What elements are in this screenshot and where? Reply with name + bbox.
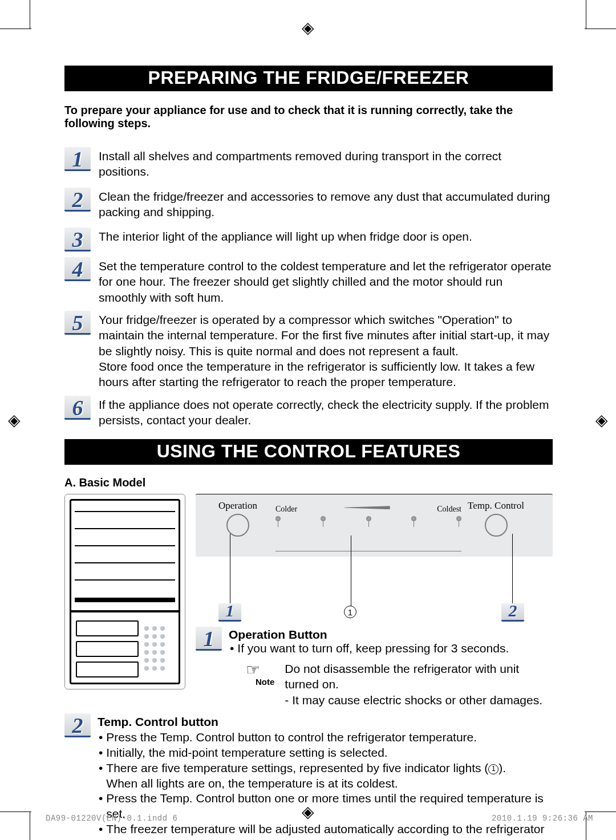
bullet-text: Press the Temp. Control button to contro… <box>98 730 553 745</box>
footer-timestamp: 2010.1.19 9:26:36 AM <box>492 814 593 823</box>
step-number-1-icon: 1 <box>64 147 91 171</box>
step-text: Your fridge/freezer is operated by a com… <box>99 311 553 389</box>
section-title-using-controls: USING THE CONTROL FEATURES <box>64 439 553 465</box>
crop-mark <box>30 811 30 840</box>
section-subtitle: To prepare your appliance for use and to… <box>64 104 553 130</box>
control-block-1: 1 Operation Button If you want to turn o… <box>196 627 553 708</box>
step-row: 4 Set the temperature control to the col… <box>64 257 553 305</box>
panel-pointer-2-icon: 2 <box>501 603 524 622</box>
step-row: 1 Install all shelves and compartments r… <box>64 147 553 180</box>
panel-pointer-1-icon: 1 <box>218 603 241 622</box>
bullet-text: If you want to turn off, keep pressing f… <box>229 642 553 655</box>
step-text: If the appliance does not operate correc… <box>99 396 553 428</box>
crop-mark <box>0 29 31 29</box>
step-row: 3 The interior light of the appliance wi… <box>64 228 553 251</box>
operation-button-title: Operation Button <box>229 628 553 642</box>
footer-filename: DA99-01220V(EN)-0.1.indd 6 <box>46 814 177 823</box>
circled-number-1-inline-icon: 1 <box>488 764 499 774</box>
bullet-text: There are five temperature settings, rep… <box>98 761 553 792</box>
step-text: The interior light of the appliance will… <box>99 228 553 244</box>
indicator-light-icon <box>275 516 281 521</box>
step-row: 2 Clean the fridge/freezer and accessori… <box>64 188 553 220</box>
temp-control-button-graphic <box>485 514 508 537</box>
registration-mark-icon: ◈ <box>595 412 608 428</box>
coldest-label: Coldest <box>437 505 461 514</box>
bullet-text: The freezer temperature will be adjusted… <box>98 822 553 840</box>
note-label: Note <box>256 677 274 687</box>
operation-label: Operation <box>218 500 257 512</box>
crop-mark <box>585 811 616 812</box>
crop-mark <box>586 0 586 29</box>
operation-button-graphic <box>226 514 249 537</box>
section-title-preparing: PREPARING THE FRIDGE/FREEZER <box>64 66 553 91</box>
note-text-line: - It may cause electric shocks or other … <box>285 692 553 708</box>
pointer-line <box>351 535 351 611</box>
note-hand-icon: ☞ <box>246 661 260 678</box>
registration-mark-icon: ◈ <box>302 20 314 36</box>
indicator-light-icon <box>321 516 326 521</box>
crop-mark <box>30 0 30 29</box>
indicator-light-icon <box>456 516 461 521</box>
step-number-2-icon: 2 <box>64 188 91 212</box>
step-number-6-icon: 6 <box>64 396 91 420</box>
indicator-light-icon <box>411 516 416 521</box>
circled-number-1-icon: 1 <box>344 606 356 618</box>
step-row: 6 If the appliance does not operate corr… <box>64 396 553 428</box>
step-number-2-icon: 2 <box>64 713 91 737</box>
step-number-1-icon: 1 <box>196 627 222 651</box>
registration-mark-icon: ◈ <box>8 412 21 428</box>
crop-mark <box>0 811 31 812</box>
pointer-line <box>230 534 230 611</box>
crop-mark <box>585 29 616 29</box>
temp-control-label: Temp. Control <box>468 500 524 512</box>
step-number-4-icon: 4 <box>64 257 91 281</box>
indicator-light-icon <box>366 516 371 521</box>
note-text-line: Do not disassemble the refrigerator with… <box>285 661 553 692</box>
step-number-5-icon: 5 <box>64 311 91 335</box>
step-text: Install all shelves and compartments rem… <box>99 147 553 180</box>
colder-label: Colder <box>275 505 297 514</box>
control-panel-illustration: Operation Colder Coldest <box>196 494 553 616</box>
scale-arrow-icon <box>345 506 390 509</box>
bullet-text: Initially, the mid-point temperature set… <box>98 745 553 761</box>
fridge-illustration <box>64 494 185 689</box>
model-label: A. Basic Model <box>64 476 553 489</box>
step-text: Set the temperature control to the colde… <box>99 257 553 305</box>
step-number-3-icon: 3 <box>64 228 91 251</box>
temp-control-title: Temp. Control button <box>98 715 553 730</box>
pointer-line <box>512 534 513 611</box>
step-row: 5 Your fridge/freezer is operated by a c… <box>64 311 553 389</box>
step-text: Clean the fridge/freezer and accessories… <box>99 188 553 220</box>
